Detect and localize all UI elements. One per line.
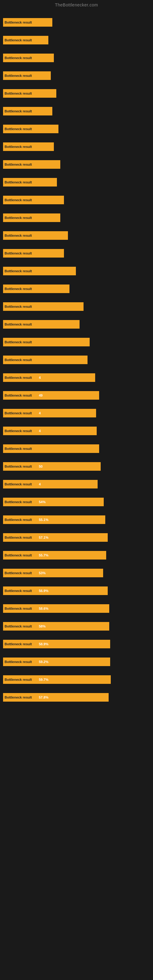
bar-value: 56.9% bbox=[39, 589, 48, 593]
bar-row: Bottleneck result bbox=[3, 247, 150, 259]
bar-label: Bottleneck result bbox=[3, 54, 37, 62]
bar-fill bbox=[37, 178, 57, 186]
bar-label: Bottleneck result bbox=[3, 231, 37, 240]
bar-label: Bottleneck result bbox=[3, 72, 37, 80]
bar-row: Bottleneck result bbox=[3, 123, 150, 135]
bar-label: Bottleneck result bbox=[3, 391, 37, 400]
bar-row: Bottleneck result58.6% bbox=[3, 603, 150, 614]
chart-area: Bottleneck resultBottleneck resultBottle… bbox=[0, 11, 153, 703]
bar-fill bbox=[37, 54, 54, 62]
bar-fill bbox=[37, 231, 68, 240]
bar-value: 59.2% bbox=[39, 660, 48, 663]
bar-row: Bottleneck result57.1% bbox=[3, 531, 150, 543]
bar-fill: 55.1% bbox=[37, 515, 105, 524]
bar-value: 59.7% bbox=[39, 678, 48, 681]
bar-row: Bottleneck result bbox=[3, 16, 150, 28]
bar-fill: 59.7% bbox=[37, 675, 111, 684]
site-title: TheBottlenecker.com bbox=[0, 0, 153, 11]
bar-row: Bottleneck result bbox=[3, 443, 150, 455]
bar-row: Bottleneck result bbox=[3, 283, 150, 294]
bar-row: Bottleneck result59.2% bbox=[3, 656, 150, 668]
bar-fill: 55.7% bbox=[37, 551, 106, 560]
bar-fill: 4 bbox=[37, 426, 97, 435]
bar-value: 58.9% bbox=[39, 642, 48, 646]
bar-fill bbox=[37, 125, 59, 133]
bar-label: Bottleneck result bbox=[3, 213, 37, 222]
bar-label: Bottleneck result bbox=[3, 657, 37, 666]
bar-fill: 58.6% bbox=[37, 604, 109, 613]
bar-fill: 49 bbox=[37, 391, 99, 400]
bar-label: Bottleneck result bbox=[3, 267, 37, 275]
bar-value: 58% bbox=[39, 624, 46, 628]
bar-label: Bottleneck result bbox=[3, 498, 37, 506]
bar-row: Bottleneck result bbox=[3, 159, 150, 170]
bar-label: Bottleneck result bbox=[3, 36, 37, 45]
bar-label: Bottleneck result bbox=[3, 640, 37, 648]
bar-fill: 50 bbox=[37, 462, 101, 471]
bar-label: Bottleneck result bbox=[3, 196, 37, 204]
bar-label: Bottleneck result bbox=[3, 285, 37, 293]
bar-label: Bottleneck result bbox=[3, 480, 37, 488]
bar-row: Bottleneck result54% bbox=[3, 496, 150, 508]
bar-label: Bottleneck result bbox=[3, 693, 37, 702]
bar-fill bbox=[37, 196, 64, 204]
bar-label: Bottleneck result bbox=[3, 622, 37, 630]
bar-label: Bottleneck result bbox=[3, 178, 37, 186]
bar-label: Bottleneck result bbox=[3, 569, 37, 577]
bar-fill: 57.1% bbox=[37, 533, 108, 542]
bar-row: Bottleneck result4 bbox=[3, 478, 150, 490]
bar-fill bbox=[37, 338, 90, 346]
bar-label: Bottleneck result bbox=[3, 125, 37, 133]
bar-fill: 57.8% bbox=[37, 693, 108, 702]
bar-row: Bottleneck result55.1% bbox=[3, 514, 150, 525]
bar-row: Bottleneck result bbox=[3, 105, 150, 117]
bar-label: Bottleneck result bbox=[3, 18, 37, 27]
bar-row: Bottleneck result bbox=[3, 230, 150, 241]
bar-value: 53% bbox=[39, 571, 46, 575]
bar-label: Bottleneck result bbox=[3, 89, 37, 98]
bar-row: Bottleneck result bbox=[3, 212, 150, 224]
bar-label: Bottleneck result bbox=[3, 107, 37, 115]
bar-label: Bottleneck result bbox=[3, 409, 37, 417]
bar-row: Bottleneck result bbox=[3, 88, 150, 99]
bar-row: Bottleneck result50 bbox=[3, 461, 150, 472]
bar-fill: 58% bbox=[37, 622, 109, 630]
bar-label: Bottleneck result bbox=[3, 373, 37, 382]
bar-row: Bottleneck result bbox=[3, 336, 150, 348]
bar-value: 57.8% bbox=[39, 695, 48, 699]
bar-row: Bottleneck result56.9% bbox=[3, 585, 150, 597]
bar-label: Bottleneck result bbox=[3, 587, 37, 595]
bar-label: Bottleneck result bbox=[3, 533, 37, 542]
bar-row: Bottleneck result53% bbox=[3, 567, 150, 579]
bar-fill bbox=[37, 107, 52, 115]
bar-label: Bottleneck result bbox=[3, 444, 37, 453]
bar-row: Bottleneck result4 bbox=[3, 407, 150, 419]
bar-row: Bottleneck result bbox=[3, 318, 150, 330]
bar-fill: 59.2% bbox=[37, 657, 110, 666]
bar-fill bbox=[37, 267, 76, 275]
bar-fill bbox=[37, 160, 60, 169]
bar-row: Bottleneck result bbox=[3, 301, 150, 312]
bar-row: Bottleneck result55.7% bbox=[3, 549, 150, 561]
bar-row: Bottleneck result bbox=[3, 194, 150, 206]
bar-fill: 4 bbox=[37, 480, 97, 488]
bar-label: Bottleneck result bbox=[3, 462, 37, 471]
bar-row: Bottleneck result57.8% bbox=[3, 692, 150, 703]
bar-fill bbox=[37, 320, 80, 329]
bar-fill bbox=[37, 213, 60, 222]
bar-label: Bottleneck result bbox=[3, 426, 37, 435]
bar-label: Bottleneck result bbox=[3, 675, 37, 684]
bar-fill bbox=[37, 285, 70, 293]
bar-fill: 53% bbox=[37, 569, 103, 577]
bar-row: Bottleneck result bbox=[3, 70, 150, 81]
bar-label: Bottleneck result bbox=[3, 604, 37, 613]
bar-label: Bottleneck result bbox=[3, 160, 37, 169]
bar-row: Bottleneck result bbox=[3, 265, 150, 277]
bar-row: Bottleneck result bbox=[3, 141, 150, 153]
bar-value: 54% bbox=[39, 500, 46, 504]
bar-label: Bottleneck result bbox=[3, 356, 37, 364]
bar-row: Bottleneck result bbox=[3, 177, 150, 188]
bar-value: 58.6% bbox=[39, 607, 48, 610]
bar-row: Bottleneck result bbox=[3, 34, 150, 46]
bar-label: Bottleneck result bbox=[3, 320, 37, 329]
